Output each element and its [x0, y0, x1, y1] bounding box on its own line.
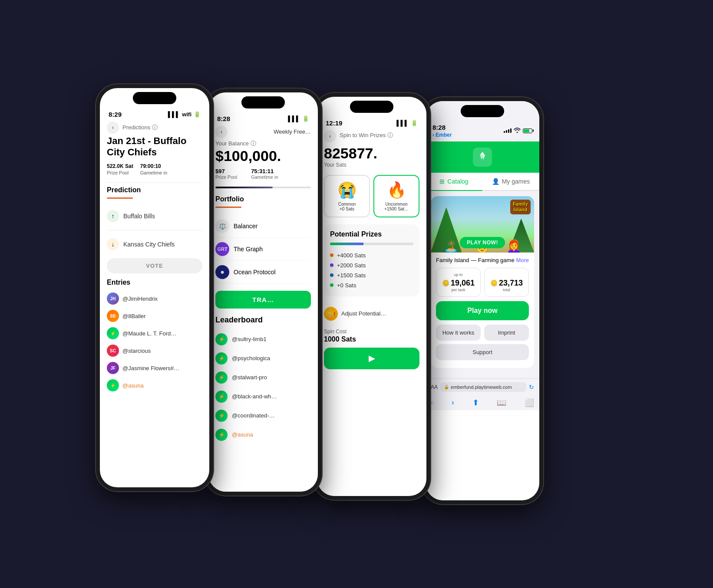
- tab-catalog[interactable]: ⊞ Catalog: [426, 173, 482, 191]
- p2-header: ‹ Weekly Free…: [215, 126, 311, 138]
- tab-my-games[interactable]: 👤 My games: [482, 173, 539, 190]
- balance-meta: $97 Prize Pool 75:31:11 Gametime in: [215, 168, 311, 180]
- prize-item-3: +1500 Sats: [330, 270, 413, 280]
- prize-label: Prize Pool: [215, 174, 237, 180]
- aa-text[interactable]: AA: [431, 384, 438, 390]
- thegraph-icon: GRT: [215, 242, 229, 256]
- spin-btn-label: ▶: [369, 354, 375, 363]
- wifi-icon-1: wifi: [182, 111, 191, 118]
- total-sublabel: total: [488, 288, 525, 292]
- entries-title: Entries: [107, 279, 202, 286]
- prizes-title: Potential Prizes: [330, 230, 413, 238]
- event-title: Jan 21st - Buffalo City Chiefs: [107, 135, 202, 158]
- your-sats-label: Your Sats: [324, 162, 419, 168]
- play-now-button[interactable]: Play now: [436, 301, 529, 320]
- prediction-section-title: Prediction: [107, 186, 202, 194]
- action-buttons: How it works Imprint: [436, 325, 529, 341]
- crypto-row-3: ● Ocean Protocol: [215, 261, 311, 284]
- ocean-name: Ocean Protocol: [234, 269, 276, 276]
- up-to-label: up to: [440, 273, 477, 277]
- balancer-name: Balancer: [234, 223, 257, 230]
- info-icon-2[interactable]: ⓘ: [251, 140, 256, 148]
- p3-content: ‹ Spin to Win Prizes ⓘ 825877. Your Sats…: [317, 130, 426, 369]
- url-text: emberfund.playtimeweb.com: [451, 384, 512, 390]
- spin-header: ‹ Spin to Win Prizes ⓘ: [324, 130, 419, 142]
- spacer: [488, 273, 525, 279]
- back-ember[interactable]: ‹ Ember: [432, 132, 452, 138]
- info-icon-1[interactable]: ⓘ: [152, 124, 158, 131]
- battery-icon-1: 🔋: [194, 111, 201, 118]
- game-title-row: Family Island — Farming game More: [436, 257, 529, 263]
- leader-name-4: @black-and-wh…: [232, 393, 277, 400]
- avatar-2: 8B: [107, 310, 119, 322]
- weekly-free-label: Weekly Free…: [274, 128, 311, 135]
- status-right-4: [504, 128, 532, 134]
- adjust-label: Adjust Potential…: [341, 310, 386, 317]
- prize-val: $97: [215, 168, 237, 174]
- entry-6: ⚡ @asuna: [107, 377, 202, 394]
- ember-logo-icon: [473, 148, 492, 167]
- spin-button[interactable]: ▶: [324, 348, 419, 369]
- battery-fill-4: [524, 129, 529, 132]
- leader-name-6: @asuna: [232, 431, 253, 438]
- avatar-4: SC: [107, 345, 119, 357]
- play-now-banner-btn[interactable]: PLAY NOW!: [460, 237, 505, 248]
- vote-button[interactable]: VOTE: [107, 258, 202, 273]
- back-button-2[interactable]: ‹: [215, 126, 228, 138]
- status-icons-3: ▌▌▌ 🔋: [396, 120, 418, 126]
- total-num: 23,713: [499, 279, 523, 288]
- reward-total-val: 🪙 23,713: [488, 279, 525, 288]
- back-browser-btn[interactable]: ‹: [431, 398, 433, 407]
- crypto-row-2: GRT The Graph: [215, 238, 311, 261]
- reload-icon[interactable]: ↻: [529, 384, 534, 391]
- svg-marker-1: [482, 154, 485, 160]
- entry-1: JH @JimiHendrix: [107, 290, 202, 307]
- balance-label: Your Balance ⓘ: [215, 140, 311, 148]
- gametime-item: 79:00:10 Gametime in: [140, 163, 167, 175]
- phone-2-screen: 8:28 ▌▌▌ 🔋 ‹ Weekly Free… Your Balance ⓘ…: [208, 92, 318, 492]
- team-2-name: Kansas City Chiefs: [123, 241, 175, 248]
- url-bar[interactable]: 🔒 emberfund.playtimeweb.com: [440, 382, 526, 392]
- bookmarks-browser-btn[interactable]: 📖: [497, 398, 506, 407]
- per-task-num: 19,061: [451, 279, 475, 288]
- p1-content: ‹ Predictions ⓘ Jan 21st - Buffalo City …: [100, 122, 209, 394]
- time-3: 12:19: [326, 119, 342, 127]
- imprint-button[interactable]: Imprint: [484, 325, 529, 341]
- entry-name-2: @8Baller: [122, 313, 146, 319]
- tabs-browser-btn[interactable]: ⬜: [525, 398, 534, 407]
- back-button-3[interactable]: ‹: [324, 130, 336, 142]
- prize-label-2: +2000 Sats: [337, 262, 366, 269]
- prize-label-3: +1500 Sats: [337, 272, 366, 279]
- bar-1: [504, 131, 505, 133]
- gametime-val: 79:00:10: [140, 163, 167, 169]
- char-1: 🏝️: [443, 240, 459, 253]
- spin-slots: 😭 Common +0 Sats 🔥 Uncommon +1500 Sat…: [324, 175, 419, 217]
- phone-1-screen: 8:29 ▌▌▌ wifi 🔋 ‹ Predictions ⓘ Jan 21st…: [100, 88, 209, 487]
- support-button[interactable]: Support: [436, 344, 529, 360]
- divider-2: [107, 230, 202, 230]
- game-banner: 🏝️ 👦 👩‍🦰 FamilyIsland PLAY NOW!: [431, 196, 534, 253]
- ocean-icon: ●: [215, 265, 229, 279]
- progress-fill: [215, 187, 273, 188]
- avatar-1: JH: [107, 292, 119, 305]
- leader-icon-5: ⚡: [215, 410, 228, 422]
- share-browser-btn[interactable]: ⬆: [472, 398, 479, 407]
- ember-body: 🏝️ 👦 👩‍🦰 FamilyIsland PLAY NOW!: [426, 191, 539, 378]
- ember-logo: [473, 148, 492, 167]
- prize-dot-1: [330, 253, 333, 257]
- dynamic-island-1: [133, 92, 176, 104]
- bar-3: [508, 129, 509, 133]
- back-button-1[interactable]: ‹: [107, 122, 119, 134]
- forward-browser-btn[interactable]: ›: [452, 398, 454, 407]
- common-label: Common: [328, 202, 366, 207]
- leader-3: ⚡ @stalwart-pro: [215, 368, 311, 387]
- trade-button[interactable]: TRA…: [215, 291, 311, 309]
- catalog-icon: ⊞: [439, 178, 445, 185]
- how-it-works-button[interactable]: How it works: [436, 325, 481, 341]
- battery-4: [523, 128, 532, 133]
- more-link[interactable]: More: [516, 257, 529, 263]
- battery-3: 🔋: [411, 120, 418, 126]
- info-icon-3[interactable]: ⓘ: [387, 131, 393, 139]
- char-3: 👩‍🦰: [506, 240, 522, 253]
- leader-icon-3: ⚡: [215, 371, 228, 384]
